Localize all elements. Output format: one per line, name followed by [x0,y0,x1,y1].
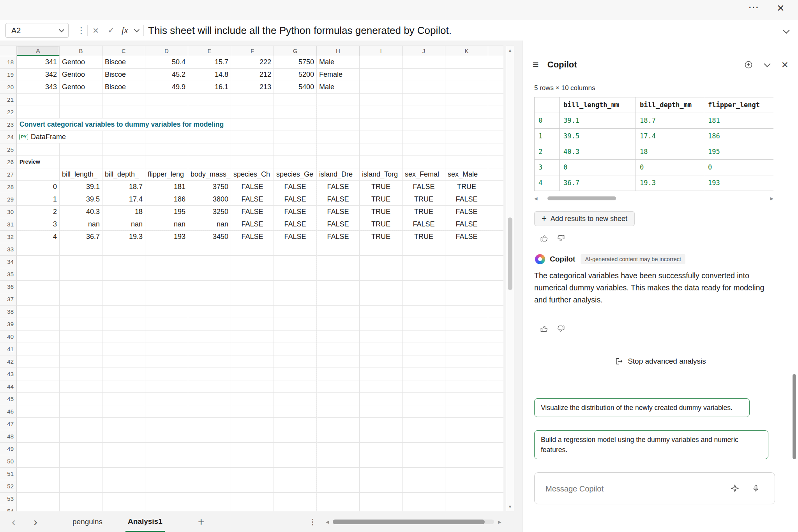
cell[interactable] [360,318,403,331]
cell[interactable] [317,268,360,281]
cell[interactable] [403,480,445,493]
cell[interactable] [445,455,488,468]
cell[interactable] [317,94,360,106]
cell[interactable] [60,443,102,455]
table-scroll-right-icon[interactable]: ▶ [770,196,773,201]
cell[interactable] [231,318,274,331]
cell[interactable] [274,268,317,281]
cell[interactable] [360,156,403,168]
add-results-button[interactable]: + Add results to new sheet [534,211,635,226]
cell[interactable] [274,380,317,393]
cell[interactable]: body_mass_ [188,168,231,181]
cell[interactable] [360,306,403,318]
window-close-icon[interactable]: × [777,1,784,15]
cell[interactable] [60,368,102,380]
cell[interactable]: nan [60,218,102,231]
row-header[interactable]: 29 [0,193,17,206]
cell[interactable] [60,94,102,106]
cell[interactable] [317,131,360,143]
cell[interactable] [445,293,488,306]
cell[interactable] [274,331,317,343]
cell[interactable] [274,106,317,118]
cell[interactable] [403,443,445,455]
cell[interactable] [403,393,445,405]
add-sheet-icon[interactable]: + [198,516,204,528]
column-header[interactable]: I [360,46,403,56]
cell[interactable] [445,243,488,256]
scroll-up-icon[interactable]: ▲ [506,48,514,53]
cell[interactable] [60,505,102,511]
cell[interactable] [317,343,360,355]
cell[interactable] [488,331,503,343]
formula-input[interactable]: This sheet will include all the Python f… [148,20,771,41]
cell[interactable] [17,256,60,268]
cell[interactable] [488,343,503,355]
cell[interactable] [274,243,317,256]
cell[interactable] [60,380,102,393]
cell[interactable] [102,131,145,143]
cell[interactable] [317,455,360,468]
vertical-scrollbar[interactable]: ▲ ▼ [506,46,514,511]
cell[interactable] [274,480,317,493]
cell[interactable] [274,493,317,505]
cell[interactable]: FALSE [274,206,317,218]
cell[interactable] [17,168,60,181]
cell[interactable] [403,331,445,343]
row-header[interactable]: 54 [0,505,17,511]
cell[interactable] [317,243,360,256]
cell[interactable] [403,131,445,143]
cell[interactable] [60,243,102,256]
sheet-tab-penguins[interactable]: penguins [70,512,105,532]
cell[interactable] [445,118,488,131]
cell[interactable] [403,355,445,368]
microphone-icon[interactable] [751,484,761,493]
cell[interactable] [145,405,188,418]
cell[interactable] [317,256,360,268]
cell[interactable] [188,455,231,468]
cell[interactable] [317,405,360,418]
column-header[interactable]: E [188,46,231,56]
cell[interactable] [317,368,360,380]
cell[interactable]: FALSE [317,206,360,218]
cell[interactable] [317,293,360,306]
cell[interactable]: 5400 [274,81,317,94]
cell[interactable]: 40.3 [60,206,102,218]
row-header[interactable]: 49 [0,443,17,455]
cell[interactable] [145,106,188,118]
cell[interactable]: species_Ch [231,168,274,181]
cell[interactable] [360,493,403,505]
cell[interactable]: nan [188,218,231,231]
cell[interactable] [488,493,503,505]
cell[interactable]: 0 [17,181,60,193]
column-header[interactable] [488,46,503,56]
row-header[interactable]: 42 [0,355,17,368]
cancel-icon[interactable]: × [93,25,99,37]
cell[interactable] [488,455,503,468]
cell[interactable] [403,256,445,268]
cell[interactable] [231,380,274,393]
horizontal-scrollbar[interactable] [333,520,494,524]
cell[interactable] [317,430,360,443]
cell[interactable] [403,493,445,505]
thumbs-down-icon[interactable] [556,324,565,333]
cell[interactable] [317,106,360,118]
row-header[interactable]: 20 [0,81,17,94]
cell[interactable] [102,343,145,355]
cell[interactable] [360,81,403,94]
cell[interactable] [403,81,445,94]
cell[interactable] [17,418,60,430]
cell[interactable]: 16.1 [188,81,231,94]
cell[interactable] [17,306,60,318]
cell[interactable]: sex_Male [445,168,488,181]
row-header[interactable]: 18 [0,56,17,69]
row-header[interactable]: 19 [0,69,17,81]
row-header[interactable]: 50 [0,455,17,468]
cell[interactable] [274,143,317,156]
cell[interactable] [188,106,231,118]
cell[interactable] [445,131,488,143]
cell[interactable] [360,131,403,143]
cell[interactable]: Biscoe [102,81,145,94]
cell[interactable]: Biscoe [102,69,145,81]
column-header[interactable]: A [17,46,60,56]
cell[interactable] [231,293,274,306]
